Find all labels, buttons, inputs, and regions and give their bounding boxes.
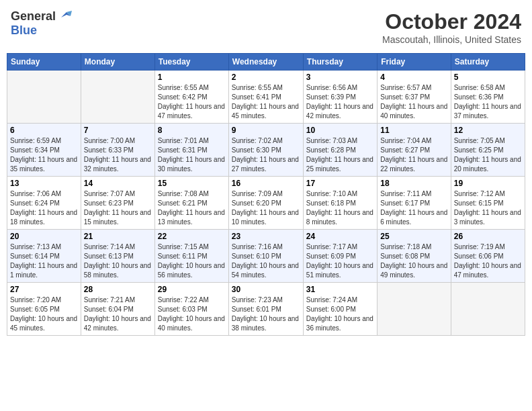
- day-info: Sunrise: 7:11 AMSunset: 6:17 PMDaylight:…: [380, 189, 447, 227]
- calendar-day-cell: 18Sunrise: 7:11 AMSunset: 6:17 PMDayligh…: [378, 177, 451, 230]
- daylight-text: Daylight: 11 hours and 40 minutes.: [380, 102, 447, 121]
- calendar-day-cell: 27Sunrise: 7:20 AMSunset: 6:05 PMDayligh…: [7, 283, 81, 336]
- sunrise-text: Sunrise: 7:07 AM: [84, 189, 152, 199]
- sunrise-text: Sunrise: 7:18 AM: [380, 242, 447, 252]
- sunrise-text: Sunrise: 7:16 AM: [232, 242, 300, 252]
- day-number: 15: [158, 179, 226, 188]
- daylight-text: Daylight: 11 hours and 45 minutes.: [232, 102, 300, 121]
- sunset-text: Sunset: 6:03 PM: [158, 305, 226, 314]
- daylight-text: Daylight: 10 hours and 54 minutes.: [232, 261, 300, 280]
- day-info: Sunrise: 7:23 AMSunset: 6:01 PMDaylight:…: [232, 295, 300, 333]
- sunset-text: Sunset: 6:31 PM: [158, 146, 226, 155]
- day-info: Sunrise: 6:55 AMSunset: 6:42 PMDaylight:…: [158, 83, 226, 121]
- sunset-text: Sunset: 6:09 PM: [306, 252, 374, 261]
- day-number: 28: [84, 285, 152, 294]
- calendar-day-cell: 19Sunrise: 7:12 AMSunset: 6:15 PMDayligh…: [451, 177, 525, 230]
- calendar-day-cell: 13Sunrise: 7:06 AMSunset: 6:24 PMDayligh…: [7, 177, 81, 230]
- calendar-week-row: 13Sunrise: 7:06 AMSunset: 6:24 PMDayligh…: [7, 177, 525, 230]
- location-title: Mascoutah, Illinois, United States: [382, 34, 521, 45]
- daylight-text: Daylight: 11 hours and 20 minutes.: [454, 155, 522, 174]
- calendar-day-cell: 8Sunrise: 7:01 AMSunset: 6:31 PMDaylight…: [154, 124, 228, 177]
- calendar-day-cell: 7Sunrise: 7:00 AMSunset: 6:33 PMDaylight…: [81, 124, 154, 177]
- day-info: Sunrise: 6:55 AMSunset: 6:41 PMDaylight:…: [232, 83, 300, 121]
- daylight-text: Daylight: 11 hours and 27 minutes.: [232, 155, 300, 174]
- calendar-day-cell: 30Sunrise: 7:23 AMSunset: 6:01 PMDayligh…: [228, 283, 303, 336]
- daylight-text: Daylight: 11 hours and 15 minutes.: [84, 208, 152, 227]
- sunset-text: Sunset: 6:13 PM: [84, 252, 152, 261]
- day-info: Sunrise: 6:57 AMSunset: 6:37 PMDaylight:…: [380, 83, 447, 121]
- sunset-text: Sunset: 6:28 PM: [306, 146, 374, 155]
- daylight-text: Daylight: 10 hours and 56 minutes.: [158, 261, 226, 280]
- calendar-day-cell: 21Sunrise: 7:14 AMSunset: 6:13 PMDayligh…: [81, 230, 154, 283]
- day-info: Sunrise: 6:58 AMSunset: 6:36 PMDaylight:…: [454, 83, 522, 121]
- calendar-day-cell: 20Sunrise: 7:13 AMSunset: 6:14 PMDayligh…: [7, 230, 81, 283]
- calendar-day-cell: 22Sunrise: 7:15 AMSunset: 6:11 PMDayligh…: [154, 230, 228, 283]
- sunset-text: Sunset: 6:14 PM: [10, 252, 78, 261]
- sunset-text: Sunset: 6:36 PM: [454, 93, 522, 102]
- sunrise-text: Sunrise: 7:00 AM: [84, 136, 152, 146]
- daylight-text: Daylight: 11 hours and 13 minutes.: [158, 208, 226, 227]
- sunrise-text: Sunrise: 6:55 AM: [232, 83, 300, 93]
- daylight-text: Daylight: 10 hours and 45 minutes.: [10, 314, 78, 333]
- day-info: Sunrise: 7:03 AMSunset: 6:28 PMDaylight:…: [306, 136, 374, 174]
- sunset-text: Sunset: 6:08 PM: [380, 252, 447, 261]
- calendar-day-cell: 11Sunrise: 7:04 AMSunset: 6:27 PMDayligh…: [378, 124, 451, 177]
- daylight-text: Daylight: 11 hours and 47 minutes.: [158, 102, 226, 121]
- day-info: Sunrise: 7:08 AMSunset: 6:21 PMDaylight:…: [158, 189, 226, 227]
- logo-blue-text: Blue: [11, 24, 37, 37]
- day-info: Sunrise: 7:04 AMSunset: 6:27 PMDaylight:…: [380, 136, 447, 174]
- daylight-text: Daylight: 10 hours and 58 minutes.: [84, 261, 152, 280]
- calendar-day-cell: [451, 283, 525, 336]
- calendar-table: SundayMondayTuesdayWednesdayThursdayFrid…: [7, 53, 525, 336]
- day-number: 17: [306, 179, 374, 188]
- header-monday: Monday: [81, 54, 154, 71]
- day-number: 4: [380, 73, 447, 82]
- day-info: Sunrise: 7:24 AMSunset: 6:00 PMDaylight:…: [306, 295, 374, 333]
- calendar-week-row: 1Sunrise: 6:55 AMSunset: 6:42 PMDaylight…: [7, 71, 525, 124]
- day-number: 11: [380, 126, 447, 135]
- day-info: Sunrise: 7:19 AMSunset: 6:06 PMDaylight:…: [454, 242, 522, 280]
- sunset-text: Sunset: 6:05 PM: [10, 305, 78, 314]
- calendar-day-cell: 26Sunrise: 7:19 AMSunset: 6:06 PMDayligh…: [451, 230, 525, 283]
- daylight-text: Daylight: 11 hours and 30 minutes.: [158, 155, 226, 174]
- day-number: 27: [10, 285, 78, 294]
- header-wednesday: Wednesday: [228, 54, 303, 71]
- sunrise-text: Sunrise: 7:23 AM: [232, 295, 300, 305]
- day-number: 22: [158, 232, 226, 241]
- month-title: October 2024: [382, 9, 521, 34]
- calendar-day-cell: [7, 71, 81, 124]
- sunrise-text: Sunrise: 7:02 AM: [232, 136, 300, 146]
- header-friday: Friday: [378, 54, 451, 71]
- daylight-text: Daylight: 10 hours and 47 minutes.: [454, 261, 522, 280]
- day-number: 25: [380, 232, 447, 241]
- calendar-day-cell: [81, 71, 154, 124]
- sunset-text: Sunset: 6:30 PM: [232, 146, 300, 155]
- daylight-text: Daylight: 10 hours and 42 minutes.: [84, 314, 152, 333]
- sunrise-text: Sunrise: 7:20 AM: [10, 295, 78, 305]
- calendar-week-row: 27Sunrise: 7:20 AMSunset: 6:05 PMDayligh…: [7, 283, 525, 336]
- day-number: 1: [158, 73, 226, 82]
- sunrise-text: Sunrise: 7:03 AM: [306, 136, 374, 146]
- calendar-day-cell: 31Sunrise: 7:24 AMSunset: 6:00 PMDayligh…: [303, 283, 377, 336]
- day-number: 3: [306, 73, 374, 82]
- calendar-day-cell: 4Sunrise: 6:57 AMSunset: 6:37 PMDaylight…: [378, 71, 451, 124]
- day-number: 31: [306, 285, 374, 294]
- day-info: Sunrise: 7:15 AMSunset: 6:11 PMDaylight:…: [158, 242, 226, 280]
- day-info: Sunrise: 7:22 AMSunset: 6:03 PMDaylight:…: [158, 295, 226, 333]
- sunrise-text: Sunrise: 7:19 AM: [454, 242, 522, 252]
- sunset-text: Sunset: 6:27 PM: [380, 146, 447, 155]
- sunrise-text: Sunrise: 6:57 AM: [380, 83, 447, 93]
- calendar-day-cell: 29Sunrise: 7:22 AMSunset: 6:03 PMDayligh…: [154, 283, 228, 336]
- sunrise-text: Sunrise: 7:04 AM: [380, 136, 447, 146]
- day-info: Sunrise: 7:02 AMSunset: 6:30 PMDaylight:…: [232, 136, 300, 174]
- day-info: Sunrise: 7:17 AMSunset: 6:09 PMDaylight:…: [306, 242, 374, 280]
- calendar-day-cell: 16Sunrise: 7:09 AMSunset: 6:20 PMDayligh…: [228, 177, 303, 230]
- daylight-text: Daylight: 11 hours and 37 minutes.: [454, 102, 522, 121]
- calendar-day-cell: 9Sunrise: 7:02 AMSunset: 6:30 PMDaylight…: [228, 124, 303, 177]
- daylight-text: Daylight: 11 hours and 25 minutes.: [306, 155, 374, 174]
- calendar-day-cell: 3Sunrise: 6:56 AMSunset: 6:39 PMDaylight…: [303, 71, 377, 124]
- sunset-text: Sunset: 6:17 PM: [380, 199, 447, 208]
- day-info: Sunrise: 7:18 AMSunset: 6:08 PMDaylight:…: [380, 242, 447, 280]
- sunrise-text: Sunrise: 7:21 AM: [84, 295, 152, 305]
- day-number: 20: [10, 232, 78, 241]
